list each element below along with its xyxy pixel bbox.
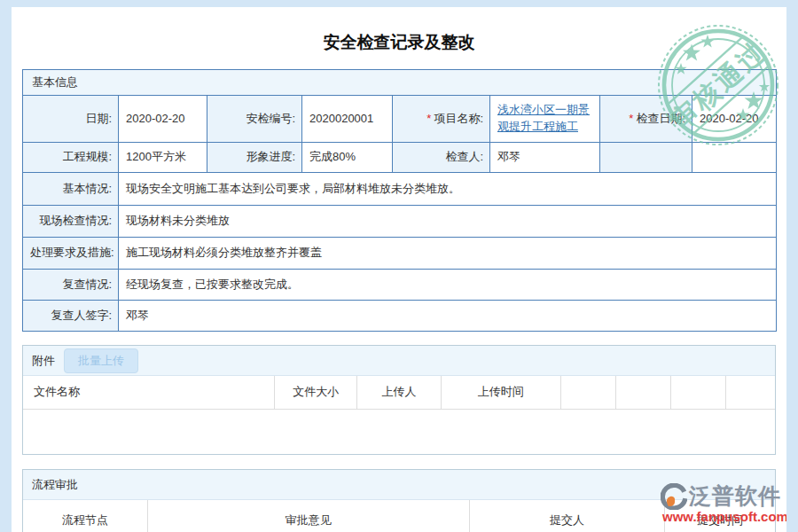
field-label-text: 检查日期: [636, 112, 685, 125]
approval-table: 流程节点 审批意见 提交人 提交时间 [23, 500, 775, 532]
field-label-measures: 处理要求及措施: [23, 238, 119, 270]
column-header-approval-opinion: 审批意见 [147, 500, 469, 532]
attachments-header-row: 文件名称 文件大小 上传人 上传时间 [23, 376, 775, 409]
field-value-site-check: 现场材料未分类堆放 [119, 206, 777, 238]
column-header-empty [726, 376, 775, 409]
table-row: 复查情况: 经现场复查，已按要求整改完成。 [23, 270, 777, 301]
column-header-uploader: 上传人 [357, 376, 441, 409]
field-label-basic: 基本情况: [23, 173, 119, 206]
basic-info-table: 基本信息 日期: 2020-02-20 安检编号: 2020020001 *项目… [22, 69, 777, 332]
column-header-file-name: 文件名称 [23, 376, 275, 409]
page-title: 安全检查记录及整改 [12, 31, 786, 54]
field-value-check-date: 2020-02-20 [692, 96, 777, 143]
table-row: 处理要求及措施: 施工现场材料必须分类堆放整齐并覆盖 [23, 238, 777, 270]
field-value-inspector: 邓琴 [490, 143, 600, 173]
attachments-title-bar: 附件 批量上传 [23, 346, 775, 376]
field-value-progress: 完成80% [302, 143, 393, 173]
table-row: 工程规模: 1200平方米 形象进度: 完成80% 检查人: 邓琴 [23, 143, 777, 173]
field-label-progress: 形象进度: [207, 143, 302, 173]
attachments-panel: 附件 批量上传 文件名称 文件大小 上传人 上传时间 [22, 345, 776, 455]
field-value-date: 2020-02-20 [119, 96, 207, 143]
attachments-table: 文件名称 文件大小 上传人 上传时间 [23, 376, 775, 410]
content-area: 安全检查记录及整改 基本信息 日期: 2020-02-20 安检编号: 2020… [12, 7, 786, 532]
approval-panel: 流程审批 流程节点 审批意见 提交人 提交时间 [22, 469, 776, 532]
project-link[interactable]: 浅水湾小区一期景观提升工程施工 [497, 103, 590, 133]
field-value-project: 浅水湾小区一期景观提升工程施工 [490, 96, 600, 143]
page: { "title": "安全检查记录及整改", "stamp": { "text… [0, 0, 798, 532]
field-label-code: 安检编号: [207, 96, 302, 143]
field-label-text: 项目名称: [434, 112, 483, 125]
table-row: 日期: 2020-02-20 安检编号: 2020020001 *项目名称: 浅… [23, 96, 777, 143]
field-value-measures: 施工现场材料必须分类堆放整齐并覆盖 [119, 238, 777, 270]
batch-upload-button[interactable]: 批量上传 [64, 348, 138, 373]
column-header-submit-time: 提交时间 [665, 500, 775, 532]
section-header-basic-info: 基本信息 [23, 70, 777, 96]
field-value-empty [692, 143, 777, 173]
column-header-flow-node: 流程节点 [23, 500, 147, 532]
table-row: 现场检查情况: 现场材料未分类堆放 [23, 206, 777, 238]
field-value-code: 2020020001 [302, 96, 393, 143]
approval-title-bar: 流程审批 [23, 470, 775, 500]
required-asterisk: * [629, 112, 633, 125]
field-value-basic: 现场安全文明施工基本达到公司要求，局部材料堆放未分类堆放。 [119, 173, 777, 206]
field-label-site-check: 现场检查情况: [23, 206, 119, 238]
column-header-empty [560, 376, 615, 409]
field-value-review-sign: 邓琴 [119, 301, 777, 332]
table-row: 基本情况: 现场安全文明施工基本达到公司要求，局部材料堆放未分类堆放。 [23, 173, 777, 206]
field-label-review-sign: 复查人签字: [23, 301, 119, 332]
column-header-empty [671, 376, 726, 409]
approval-header-row: 流程节点 审批意见 提交人 提交时间 [23, 500, 775, 532]
field-label-review: 复查情况: [23, 270, 119, 301]
column-header-submitter: 提交人 [469, 500, 665, 532]
column-header-empty [616, 376, 671, 409]
field-value-review: 经现场复查，已按要求整改完成。 [119, 270, 777, 301]
column-header-file-size: 文件大小 [275, 376, 357, 409]
table-row: 复查人签字: 邓琴 [23, 301, 777, 332]
approval-label: 流程审批 [32, 477, 78, 493]
field-label-check-date: *检查日期: [600, 96, 692, 143]
field-label-empty [600, 143, 692, 173]
column-header-upload-time: 上传时间 [441, 376, 560, 409]
field-value-scale: 1200平方米 [119, 143, 207, 173]
field-label-scale: 工程规模: [23, 143, 119, 173]
field-label-inspector: 检查人: [393, 143, 490, 173]
field-label-project: *项目名称: [393, 96, 490, 143]
attachments-label: 附件 [32, 353, 55, 369]
field-label-date: 日期: [23, 96, 119, 143]
required-asterisk: * [426, 112, 431, 125]
